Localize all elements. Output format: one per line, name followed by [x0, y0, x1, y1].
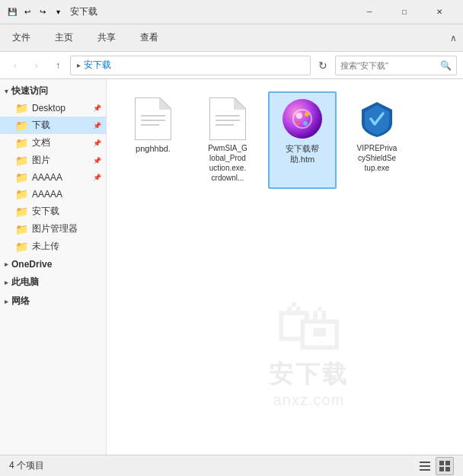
tab-share[interactable]: 共享 [91, 28, 122, 47]
sidebar-network-section: ▸ 网络 [0, 292, 106, 310]
onedrive-chevron: ▸ [5, 260, 8, 268]
svg-rect-15 [420, 462, 430, 463]
sidebar-item-documents[interactable]: 📁 文档 📌 [0, 134, 106, 152]
search-input[interactable] [340, 61, 437, 70]
file-name: pnghhbd. [136, 143, 171, 154]
close-button[interactable]: ✕ [422, 0, 457, 24]
window-title: 安下载 [70, 5, 352, 18]
sidebar-item-desktop[interactable]: 📁 Desktop 📌 [0, 100, 106, 117]
sidebar-thispc-label: 此电脑 [11, 276, 39, 289]
folder-icon: 📁 [15, 137, 28, 149]
watermark-text: 安下载 [269, 358, 349, 391]
svg-rect-17 [420, 469, 430, 471]
svg-point-10 [293, 110, 311, 128]
sidebar-item-label: 未上传 [32, 240, 59, 253]
view-list-button[interactable] [416, 457, 434, 475]
title-bar: 💾 ↩ ↪ ▾ 安下载 ─ □ ✕ [0, 0, 463, 24]
folder-icon: 📁 [15, 241, 28, 253]
sidebar-item-label: 图片管理器 [32, 222, 78, 235]
file-item-pwmsia[interactable]: PwmSIA_Global_Production.exe.crdownl... [193, 91, 262, 189]
content-area: pnghhbd. PwmSIA_Global_Production.exe.cr… [107, 79, 463, 455]
address-bar: ‹ › ↑ ▸ 安下载 ↻ 🔍 [0, 52, 463, 79]
maximize-button[interactable]: □ [387, 0, 422, 24]
address-path[interactable]: ▸ 安下载 [70, 56, 311, 75]
folder-icon: 📁 [15, 188, 28, 200]
sidebar-thispc-section: ▸ 此电脑 [0, 273, 106, 291]
sidebar-onedrive-header[interactable]: ▸ OneDrive [0, 257, 106, 272]
nav-back-button[interactable]: ‹ [6, 56, 24, 75]
file-name: VIPREPrivacyShieldSetup.exe [357, 143, 398, 173]
sidebar-onedrive-label: OneDrive [11, 259, 52, 270]
folder-nav-icon[interactable]: ▾ [52, 6, 64, 18]
minimize-button[interactable]: ─ [352, 0, 387, 24]
sidebar-item-aaaaa1[interactable]: 📁 AAAAA 📌 [0, 169, 106, 186]
search-icon[interactable]: 🔍 [440, 60, 452, 71]
title-bar-icons: 💾 ↩ ↪ ▾ [6, 6, 64, 18]
sidebar-network-label: 网络 [11, 295, 30, 308]
quick-access-chevron: ▾ [5, 88, 8, 95]
search-box[interactable]: 🔍 [335, 56, 457, 75]
pin-icon: 📌 [93, 122, 101, 129]
files-grid: pnghhbd. PwmSIA_Global_Production.exe.cr… [119, 91, 451, 189]
sidebar-item-label: 图片 [32, 154, 50, 167]
nav-forward-button[interactable]: › [27, 56, 46, 75]
pin-icon: 📌 [93, 139, 101, 147]
sidebar-item-picmanager[interactable]: 📁 图片管理器 [0, 220, 106, 238]
file-name: 安下载帮助.htm [286, 143, 319, 165]
sidebar-item-aaaaa2[interactable]: 📁 AAAAA [0, 186, 106, 203]
svg-marker-0 [135, 97, 171, 140]
folder-icon: 📁 [15, 171, 28, 184]
view-grid-button[interactable] [436, 457, 454, 475]
folder-icon: 📁 [15, 120, 28, 132]
svg-point-11 [296, 113, 302, 119]
sidebar-network-header[interactable]: ▸ 网络 [0, 292, 106, 310]
address-right-controls: ↻ [314, 56, 332, 75]
sidebar-item-anxz[interactable]: 📁 安下载 [0, 203, 106, 220]
tab-file[interactable]: 文件 [6, 28, 37, 47]
folder-icon: 📁 [15, 155, 28, 167]
sidebar-item-download[interactable]: 📁 下载 📌 [0, 117, 106, 134]
folder-icon: 📁 [15, 223, 28, 235]
network-chevron: ▸ [5, 298, 8, 305]
sidebar: ▾ 快速访问 📁 Desktop 📌 📁 下载 📌 📁 文档 📌 📁 图片 [0, 79, 107, 455]
ribbon-collapse-button[interactable]: ∧ [450, 33, 457, 43]
breadcrumb-current[interactable]: 安下载 [84, 59, 111, 72]
redo-icon[interactable]: ↪ [37, 6, 49, 18]
nav-up-button[interactable]: ↑ [49, 56, 67, 75]
sidebar-item-pictures[interactable]: 📁 图片 📌 [0, 152, 106, 169]
file-item-pnghhbd[interactable]: pnghhbd. [119, 91, 187, 189]
tab-home[interactable]: 主页 [49, 28, 79, 47]
svg-point-13 [303, 121, 308, 126]
watermark: 🛍 安下载 anxz.com [269, 287, 349, 409]
status-count: 4 个项目 [9, 459, 416, 472]
refresh-button[interactable]: ↻ [314, 56, 332, 75]
svg-marker-6 [234, 97, 246, 110]
svg-point-14 [296, 122, 300, 126]
file-icon-vipre [356, 97, 398, 140]
sidebar-quick-access-header[interactable]: ▾ 快速访问 [0, 82, 106, 100]
status-bar: 4 个项目 [0, 455, 463, 476]
undo-icon[interactable]: ↩ [21, 6, 34, 18]
view-toggle [416, 457, 454, 475]
sidebar-item-unuploaded[interactable]: 📁 未上传 [0, 238, 106, 255]
save-icon[interactable]: 💾 [6, 6, 18, 18]
sidebar-quick-access-section: ▾ 快速访问 📁 Desktop 📌 📁 下载 📌 📁 文档 📌 📁 图片 [0, 82, 106, 255]
ribbon: 文件 主页 共享 查看 ∧ [0, 24, 463, 52]
tab-view[interactable]: 查看 [134, 28, 164, 47]
sidebar-quick-access-label: 快速访问 [11, 85, 48, 97]
file-item-vipre[interactable]: VIPREPrivacyShieldSetup.exe [343, 91, 411, 189]
file-icon-document2 [206, 97, 249, 140]
sidebar-item-label: 下载 [32, 119, 50, 132]
pin-icon: 📌 [93, 157, 101, 165]
folder-icon: 📁 [15, 102, 28, 114]
sidebar-thispc-header[interactable]: ▸ 此电脑 [0, 273, 106, 291]
breadcrumb: ▸ 安下载 [77, 59, 111, 72]
file-icon-document [132, 97, 174, 140]
breadcrumb-arrow: ▸ [77, 61, 81, 69]
svg-rect-20 [439, 467, 444, 471]
svg-rect-16 [420, 465, 430, 467]
file-name: PwmSIA_Global_Production.exe.crdownl... [208, 143, 247, 183]
file-item-htm[interactable]: 安下载帮助.htm [268, 91, 337, 189]
svg-rect-21 [445, 467, 450, 471]
thispc-chevron: ▸ [5, 279, 8, 286]
